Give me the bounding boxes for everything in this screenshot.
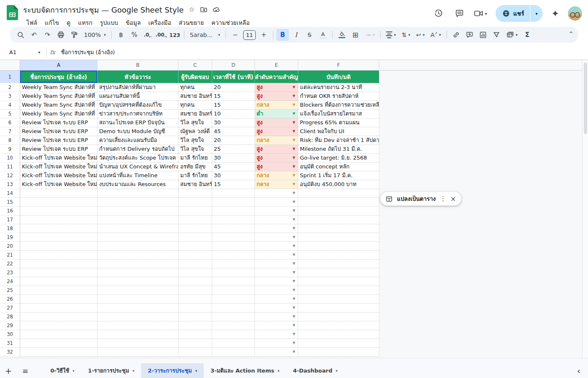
cell-B11[interactable]: นำเสนอ UX Concept & Wireframe [97, 163, 178, 171]
cell-A18[interactable] [20, 224, 97, 233]
cell-A30[interactable] [20, 330, 97, 339]
priority-dropdown-icon[interactable]: ▼ [293, 215, 295, 224]
cell-F27[interactable] [298, 304, 379, 312]
cell-C28[interactable] [178, 312, 212, 321]
cell-D5[interactable]: 10 [212, 110, 255, 118]
cell-F29[interactable] [298, 321, 379, 330]
cell-A22[interactable] [20, 260, 97, 268]
convert-to-table-button[interactable]: แปลงเป็นตาราง [397, 194, 436, 203]
cell-E7[interactable]: สูง▼ [255, 127, 298, 136]
cell-B15[interactable] [97, 198, 178, 207]
cell-B27[interactable] [97, 304, 178, 312]
cell-B19[interactable] [97, 233, 178, 242]
row-header-8[interactable]: 8 [0, 136, 20, 145]
cell-C31[interactable] [178, 339, 212, 348]
cell-C29[interactable] [178, 321, 212, 330]
fill-color-button[interactable] [336, 29, 348, 41]
cell-A25[interactable] [20, 286, 97, 295]
row-header-21[interactable]: 21 [0, 251, 20, 260]
cell-B32[interactable] [97, 348, 178, 357]
cell-A7[interactable]: Review โปรเจค ระบบ ERP [20, 127, 97, 136]
row-header-3[interactable]: 3 [0, 92, 20, 101]
cell-E5[interactable]: ต่ำ▼ [255, 110, 298, 118]
cell-D12[interactable]: 30 [212, 171, 255, 180]
cell-F23[interactable] [298, 268, 379, 277]
cell-C10[interactable]: มาลี รักไทย [178, 154, 212, 163]
cell-A6[interactable]: Review โปรเจค ระบบ ERP [20, 118, 97, 127]
cell-B22[interactable] [97, 260, 178, 268]
priority-dropdown-icon[interactable]: ▼ [293, 260, 295, 268]
document-title[interactable]: ระบบจัดการการประชุม — Google Sheet Style [23, 4, 184, 16]
priority-dropdown-icon[interactable]: ▼ [293, 330, 295, 339]
priority-dropdown-icon[interactable]: ▼ [293, 295, 295, 303]
cell-E32[interactable]: ▼ [255, 348, 298, 357]
cell-B23[interactable] [97, 268, 178, 277]
row-header-2[interactable]: 2 [0, 83, 20, 92]
cell-A15[interactable] [20, 198, 97, 207]
cell-D16[interactable] [212, 207, 255, 215]
cell-C1[interactable]: ผู้รับผิดชอบ [178, 71, 212, 83]
row-header-29[interactable]: 29 [0, 321, 20, 330]
scroll-tabs-left-icon[interactable]: ‹ [577, 363, 580, 378]
insert-comment-button[interactable] [463, 29, 476, 41]
cell-D21[interactable] [212, 251, 255, 260]
cell-C26[interactable] [178, 295, 212, 304]
meet-dropdown-icon[interactable]: ▾ [485, 11, 487, 16]
cell-E2[interactable]: สูง▼ [255, 83, 298, 92]
cell-A23[interactable] [20, 268, 97, 277]
vertical-scrollbar[interactable] [582, 60, 588, 358]
column-header-D[interactable]: D [212, 60, 255, 71]
cell-B20[interactable] [97, 242, 178, 251]
menu-item-6[interactable]: เครื่องมือ [145, 17, 175, 28]
cell-C8[interactable]: วิไล สุขใจ [178, 136, 212, 145]
cell-B7[interactable]: Demo ระบบ Module บัญชี [97, 127, 178, 136]
formula-input[interactable]: ชื่อการประชุม (อ้างอิง) [61, 48, 115, 57]
cell-B4[interactable]: ปัญหา/อุปสรรคที่ต้องแก้ไข [97, 101, 178, 110]
cell-A32[interactable] [20, 348, 97, 357]
cell-A27[interactable] [20, 304, 97, 312]
cell-F11[interactable]: อนุมัติ concept หลัก [298, 163, 379, 171]
cell-E31[interactable]: ▼ [255, 339, 298, 348]
row-header-4[interactable]: 4 [0, 101, 20, 110]
font-size-input[interactable]: 11 [243, 30, 256, 40]
cell-A19[interactable] [20, 233, 97, 242]
priority-dropdown-icon[interactable]: ▼ [293, 171, 295, 180]
add-sheet-button[interactable]: + [0, 363, 17, 378]
version-history-button[interactable] [430, 5, 447, 22]
cell-C6[interactable]: วิไล สุขใจ [178, 118, 212, 127]
row-header-26[interactable]: 26 [0, 295, 20, 304]
cell-A9[interactable]: Review โปรเจค ระบบ ERP [20, 145, 97, 154]
cell-C9[interactable]: วิไล สุขใจ [178, 145, 212, 154]
select-all-corner[interactable] [0, 60, 20, 71]
currency-format-button[interactable]: ฿ [115, 29, 127, 41]
row-header-24[interactable]: 24 [0, 277, 20, 286]
cell-F32[interactable] [298, 348, 379, 357]
row-header-14[interactable]: 14 [0, 189, 20, 198]
cell-C30[interactable] [178, 330, 212, 339]
cell-E23[interactable]: ▼ [255, 268, 298, 277]
cell-C25[interactable] [178, 286, 212, 295]
cell-E13[interactable]: กลาง▼ [255, 180, 298, 189]
cell-D27[interactable] [212, 304, 255, 312]
cell-E10[interactable]: สูง▼ [255, 154, 298, 163]
cell-F26[interactable] [298, 295, 379, 304]
row-header-22[interactable]: 22 [0, 260, 20, 268]
cell-D6[interactable]: 30 [212, 118, 255, 127]
increase-decimal-button[interactable]: .00→ [155, 29, 168, 41]
text-rotation-button[interactable]: A↗▾ [428, 29, 444, 41]
cell-C18[interactable] [178, 224, 212, 233]
priority-dropdown-icon[interactable]: ▼ [293, 163, 295, 171]
priority-dropdown-icon[interactable]: ▼ [293, 189, 295, 197]
menu-item-7[interactable]: ส่วนขยาย [176, 17, 207, 28]
increase-font-size-button[interactable]: + [257, 29, 270, 41]
menu-item-2[interactable]: ดู [63, 17, 74, 28]
create-filter-button[interactable] [490, 29, 503, 41]
menu-item-1[interactable]: แก้ไข [42, 17, 63, 28]
priority-dropdown-icon[interactable]: ▼ [293, 127, 295, 136]
bold-button[interactable]: B [276, 29, 289, 41]
cell-F28[interactable] [298, 312, 379, 321]
cell-D13[interactable]: 15 [212, 180, 255, 189]
close-icon[interactable]: × [450, 195, 456, 203]
cell-B30[interactable] [97, 330, 178, 339]
cell-A4[interactable]: Weekly Team Sync สัปดาห์ที่ 1 [20, 101, 97, 110]
